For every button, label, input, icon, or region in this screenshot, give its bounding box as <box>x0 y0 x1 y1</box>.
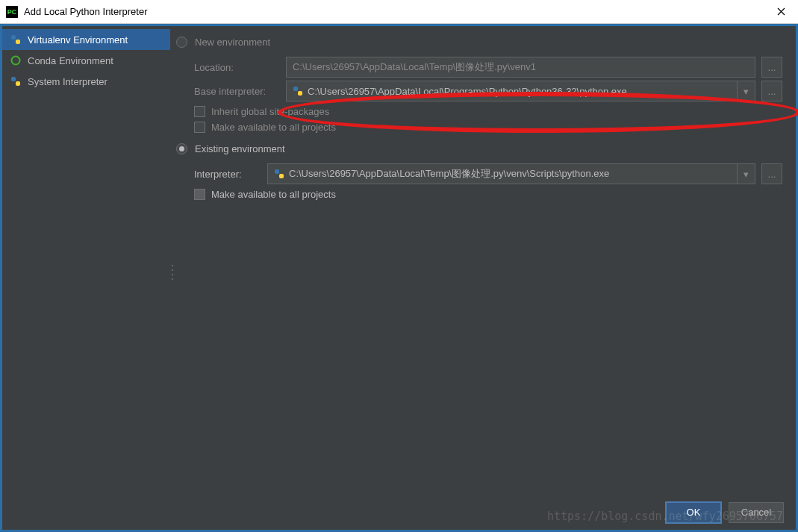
python-icon <box>274 169 284 179</box>
existing-make-available-label: Make available to all projects <box>211 189 336 200</box>
interpreter-dropdown[interactable]: C:\Users\26957\AppData\Local\Temp\图像处理.p… <box>267 163 755 184</box>
svg-rect-1 <box>16 40 20 44</box>
python-icon <box>10 75 22 87</box>
svg-rect-6 <box>298 91 302 96</box>
inherit-checkbox-row: Inherit global site-packages <box>194 106 782 117</box>
svg-rect-8 <box>279 174 284 178</box>
base-interpreter-row: Base interpreter: C:\Users\26957\AppData… <box>194 81 782 101</box>
base-interpreter-dropdown[interactable]: C:\Users\26957\AppData\Local\Programs\Py… <box>286 81 755 101</box>
interpreter-row: Interpreter: C:\Users\26957\AppData\Loca… <box>194 163 782 184</box>
cancel-button-label: Cancel <box>741 507 771 518</box>
python-icon <box>10 34 22 46</box>
interpreter-value: C:\Users\26957\AppData\Local\Temp\图像处理.p… <box>289 167 732 181</box>
python-icon <box>293 86 303 96</box>
titlebar: PC Add Local Python Interpreter <box>0 0 798 24</box>
location-input[interactable]: C:\Users\26957\AppData\Local\Temp\图像处理.p… <box>286 57 755 78</box>
sidebar: Virtualenv Environment Conda Environment… <box>2 26 170 495</box>
svg-rect-3 <box>11 77 16 81</box>
base-interpreter-browse-button[interactable]: ... <box>761 81 782 101</box>
close-icon <box>777 7 785 16</box>
new-env-radio-label: New environment <box>195 37 270 48</box>
svg-rect-4 <box>16 81 20 86</box>
conda-icon <box>10 54 22 66</box>
sidebar-item-label: System Interpreter <box>28 76 107 87</box>
sidebar-item-label: Conda Environment <box>28 55 113 66</box>
interpreter-browse-button[interactable]: ... <box>761 163 782 184</box>
existing-make-available-checkbox-row: Make available to all projects <box>194 189 782 200</box>
new-make-available-checkbox[interactable] <box>194 122 205 133</box>
new-make-available-checkbox-row: Make available to all projects <box>194 122 782 133</box>
close-button[interactable] <box>764 0 798 24</box>
existing-env-radio-row: Existing environment <box>176 140 782 160</box>
new-env-radio-row: New environment <box>176 34 782 54</box>
svg-rect-0 <box>11 35 16 40</box>
base-interpreter-value: C:\Users\26957\AppData\Local\Programs\Py… <box>308 86 732 97</box>
dialog-footer: OK Cancel <box>0 495 798 532</box>
ellipsis-icon: ... <box>768 86 776 97</box>
existing-make-available-checkbox[interactable] <box>194 189 205 200</box>
base-interpreter-label: Base interpreter: <box>194 86 280 97</box>
chevron-down-icon: ▾ <box>737 81 755 101</box>
location-row: Location: C:\Users\26957\AppData\Local\T… <box>194 57 782 78</box>
pycharm-icon: PC <box>6 6 18 18</box>
inherit-checkbox[interactable] <box>194 106 205 117</box>
ok-button[interactable]: OK <box>666 502 721 523</box>
content-panel: New environment Location: C:\Users\26957… <box>170 26 796 495</box>
ok-button-label: OK <box>687 507 701 518</box>
location-browse-button[interactable]: ... <box>761 57 782 78</box>
existing-env-radio-label: Existing environment <box>195 143 285 154</box>
main-area: Virtualenv Environment Conda Environment… <box>0 24 798 495</box>
cancel-button[interactable]: Cancel <box>729 502 784 523</box>
splitter-handle[interactable] <box>172 265 175 280</box>
location-value: C:\Users\26957\AppData\Local\Temp\图像处理.p… <box>293 60 536 74</box>
svg-point-2 <box>12 57 20 65</box>
sidebar-item-conda[interactable]: Conda Environment <box>2 50 170 71</box>
existing-env-radio[interactable] <box>176 143 187 154</box>
svg-rect-5 <box>293 87 298 91</box>
ellipsis-icon: ... <box>768 62 776 73</box>
inherit-checkbox-label: Inherit global site-packages <box>211 106 329 117</box>
sidebar-item-system[interactable]: System Interpreter <box>2 71 170 92</box>
ellipsis-icon: ... <box>768 169 776 180</box>
interpreter-label: Interpreter: <box>194 169 261 180</box>
sidebar-item-label: Virtualenv Environment <box>28 34 128 46</box>
svg-rect-7 <box>275 169 279 174</box>
sidebar-item-virtualenv[interactable]: Virtualenv Environment <box>2 29 170 50</box>
chevron-down-icon: ▾ <box>737 164 755 184</box>
new-make-available-label: Make available to all projects <box>211 122 336 133</box>
new-env-radio[interactable] <box>176 37 187 48</box>
location-label: Location: <box>194 62 280 73</box>
window-title: Add Local Python Interpreter <box>24 6 764 17</box>
